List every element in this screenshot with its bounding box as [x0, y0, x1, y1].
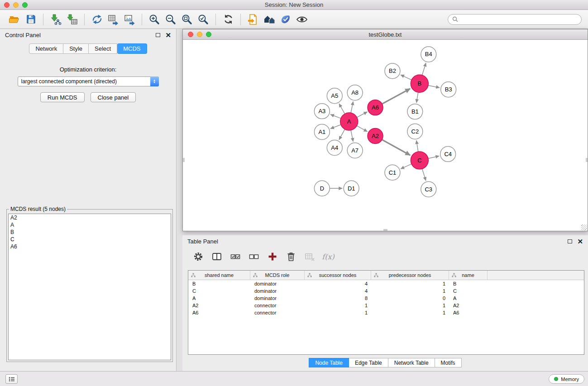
graph-node-C1[interactable]: C1 — [385, 165, 400, 180]
network-graph[interactable]: B4B2BB3A8A5A6B1A3AC2A1A2A4A7C4CC1C3DD1 — [183, 40, 588, 231]
minimize-network-button[interactable] — [197, 32, 202, 37]
zoom-window-button[interactable] — [22, 2, 28, 8]
minimize-window-button[interactable] — [13, 2, 19, 8]
function-builder-button[interactable]: f(x) — [322, 251, 334, 262]
import-network-button[interactable] — [48, 12, 64, 27]
close-window-button[interactable] — [4, 2, 10, 8]
memory-button[interactable]: Memory — [549, 374, 584, 384]
graph-node-A5[interactable]: A5 — [327, 88, 342, 104]
graph-node-C3[interactable]: C3 — [421, 181, 436, 197]
mcds-result-list[interactable]: A2ABCA6 — [8, 214, 171, 360]
graph-node-C[interactable]: C — [411, 152, 428, 169]
criterion-dropdown[interactable]: largest connected component (directed) ▲… — [18, 76, 159, 86]
tab-style[interactable]: Style — [63, 43, 89, 54]
close-panel-icon[interactable]: ✕ — [165, 33, 171, 38]
apply-layout-button[interactable] — [220, 12, 236, 27]
tab-mcds[interactable]: MCDS — [117, 43, 147, 54]
graph-node-D[interactable]: D — [314, 181, 330, 196]
graph-edge-C-C1[interactable] — [401, 164, 411, 169]
graph-edge-B-B4[interactable] — [422, 63, 426, 75]
graph-edge-B-B1[interactable] — [416, 92, 418, 103]
tab-edge-table[interactable]: Edge Table — [349, 358, 388, 367]
float-panel-icon[interactable] — [568, 239, 572, 243]
resize-handle[interactable] — [581, 224, 587, 230]
graph-node-A3[interactable]: A3 — [314, 104, 330, 119]
graph-edge-C-C3[interactable] — [422, 169, 426, 181]
graph-edge-C-C4[interactable] — [428, 156, 439, 158]
graph-edge-A6-B[interactable] — [382, 89, 410, 104]
tab-node-table[interactable]: Node Table — [309, 358, 349, 367]
graph-node-B1[interactable]: B1 — [407, 104, 423, 119]
save-session-button[interactable] — [23, 12, 39, 27]
delete-table-button[interactable] — [304, 251, 316, 262]
zoom-in-button[interactable] — [146, 12, 163, 27]
export-network-button[interactable] — [89, 12, 105, 27]
mcds-result-item[interactable]: A2 — [9, 214, 171, 221]
graph-node-A6[interactable]: A6 — [368, 100, 383, 115]
table-row[interactable]: Cdominator41C — [188, 287, 584, 295]
graph-node-A[interactable]: A — [340, 113, 358, 130]
run-mcds-button[interactable]: Run MCDS — [40, 92, 85, 102]
graph-node-A7[interactable]: A7 — [347, 143, 363, 158]
tab-network-table[interactable]: Network Table — [388, 358, 435, 367]
graph-node-C2[interactable]: C2 — [407, 124, 423, 139]
column-header-predecessor-nodes[interactable]: predecessor nodes — [371, 271, 449, 280]
table-row[interactable]: A2connector11A2 — [188, 302, 584, 309]
graph-node-A1[interactable]: A1 — [314, 124, 330, 140]
graph-node-A4[interactable]: A4 — [327, 140, 342, 155]
graph-edge-A-A2[interactable] — [357, 126, 367, 132]
node-table[interactable]: shared name MCDS role successor nodes pr… — [188, 270, 584, 355]
tab-motifs[interactable]: Motifs — [435, 358, 462, 367]
graph-edge-A-A3[interactable] — [330, 114, 341, 119]
search-input[interactable] — [460, 16, 577, 23]
export-image-button[interactable] — [121, 12, 138, 27]
search-field[interactable] — [448, 14, 582, 25]
show-columns-button[interactable] — [211, 251, 223, 262]
mcds-result-item[interactable]: A — [9, 221, 171, 229]
graph-node-A2[interactable]: A2 — [368, 129, 383, 144]
apply-style-button[interactable] — [277, 12, 294, 27]
tab-network[interactable]: Network — [29, 43, 63, 54]
graph-edge-C-C2[interactable] — [416, 140, 418, 152]
graph-edge-A-A5[interactable] — [339, 104, 345, 114]
network-window-titlebar[interactable]: testGlobe.txt — [183, 29, 588, 40]
select-all-button[interactable] — [229, 251, 241, 262]
graph-edge-B-B2[interactable] — [401, 75, 411, 80]
graph-edge-A-A7[interactable] — [351, 130, 353, 142]
graph-node-C4[interactable]: C4 — [440, 146, 456, 162]
close-panel-button[interactable]: Close panel — [91, 92, 136, 102]
close-panel-icon[interactable]: ✕ — [577, 239, 583, 244]
add-column-button[interactable] — [267, 251, 278, 262]
graph-node-A8[interactable]: A8 — [347, 85, 363, 100]
close-network-button[interactable] — [188, 32, 193, 37]
export-table-button[interactable] — [105, 12, 121, 27]
graph-node-B[interactable]: B — [411, 75, 428, 92]
tab-select[interactable]: Select — [89, 43, 117, 54]
table-row[interactable]: Bdominator41B — [188, 280, 584, 287]
scroll-tick[interactable] — [383, 229, 387, 231]
import-table-button[interactable] — [64, 12, 80, 27]
network-canvas[interactable]: B4B2BB3A8A5A6B1A3AC2A1A2A4A7C4CC1C3DD1 — [183, 40, 588, 231]
graph-edge-A-A6[interactable] — [357, 112, 367, 117]
first-neighbors-button[interactable] — [261, 12, 277, 27]
graph-edge-A2-C[interactable] — [382, 140, 410, 155]
task-history-button[interactable] — [5, 374, 18, 384]
graph-edge-A-A8[interactable] — [351, 101, 353, 113]
zoom-selected-button[interactable] — [195, 12, 211, 27]
scroll-tick[interactable] — [183, 158, 185, 162]
mcds-result-item[interactable]: C — [9, 236, 171, 243]
dropdown-stepper-icon[interactable]: ▲▼ — [150, 76, 159, 86]
graph-node-B3[interactable]: B3 — [441, 82, 456, 97]
column-header-mcds-role[interactable]: MCDS role — [250, 271, 305, 280]
mcds-result-item[interactable]: A6 — [9, 243, 171, 250]
scroll-tick[interactable] — [586, 158, 588, 162]
mcds-result-item[interactable]: B — [9, 229, 171, 236]
graph-node-B2[interactable]: B2 — [385, 63, 400, 79]
delete-column-button[interactable] — [285, 251, 297, 262]
deselect-all-button[interactable] — [248, 251, 260, 262]
table-settings-button[interactable] — [192, 251, 204, 262]
table-row[interactable]: A6connector11A6 — [188, 309, 584, 316]
graph-edge-B-B3[interactable] — [428, 86, 440, 88]
graph-node-D1[interactable]: D1 — [344, 181, 359, 196]
graph-node-B4[interactable]: B4 — [421, 47, 436, 62]
